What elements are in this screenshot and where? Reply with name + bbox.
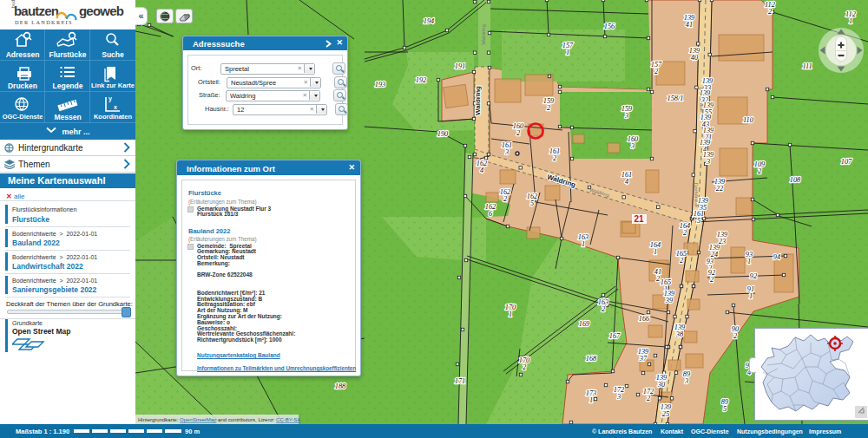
svg-text:111: 111 [802, 62, 812, 70]
svg-text:2: 2 [523, 363, 526, 371]
svg-text:22: 22 [716, 185, 723, 193]
svg-text:30: 30 [657, 381, 666, 389]
svg-text:4: 4 [625, 178, 628, 186]
svg-text:3: 3 [706, 158, 710, 166]
svg-text:3: 3 [616, 393, 621, 401]
svg-text:39: 39 [665, 297, 674, 304]
svg-text:94: 94 [773, 253, 780, 261]
svg-text:188: 188 [335, 382, 346, 390]
svg-text:1: 1 [749, 292, 753, 300]
svg-text:1: 1 [582, 240, 585, 248]
svg-text:41: 41 [686, 21, 693, 29]
svg-text:3: 3 [624, 112, 628, 120]
svg-text:y: y [108, 95, 112, 102]
svg-text:190: 190 [437, 130, 449, 138]
svg-text:25: 25 [662, 410, 669, 418]
svg-text:3: 3 [504, 148, 509, 156]
svg-text:Waldring: Waldring [481, 24, 486, 44]
svg-text:1: 1 [509, 311, 512, 318]
svg-text:110: 110 [743, 116, 754, 124]
svg-text:3: 3 [684, 377, 688, 385]
svg-text:2: 2 [516, 129, 520, 137]
svg-text:2: 2 [680, 257, 683, 265]
svg-text:2: 2 [503, 195, 507, 203]
svg-text:2: 2 [733, 332, 737, 340]
svg-text:1: 1 [566, 49, 569, 56]
svg-text:156: 156 [604, 23, 615, 30]
svg-text:1: 1 [747, 258, 751, 265]
svg-text:192: 192 [416, 76, 426, 84]
svg-text:2: 2 [758, 167, 761, 175]
svg-text:168: 168 [586, 355, 597, 363]
svg-text:3: 3 [630, 142, 635, 150]
svg-text:2: 2 [547, 104, 550, 112]
svg-text:40: 40 [691, 54, 699, 62]
svg-text:108: 108 [790, 176, 801, 184]
svg-text:1: 1 [589, 396, 593, 404]
svg-text:166: 166 [639, 315, 650, 323]
svg-text:167: 167 [609, 332, 621, 340]
svg-text:37: 37 [639, 355, 648, 363]
svg-text:4: 4 [480, 167, 483, 174]
svg-text:2: 2 [602, 305, 605, 313]
svg-text:194: 194 [424, 17, 434, 25]
svg-text:5: 5 [530, 199, 534, 207]
svg-text:21: 21 [634, 214, 644, 224]
svg-text:5: 5 [723, 405, 727, 413]
svg-text:5: 5 [697, 217, 700, 225]
svg-text:x: x [114, 104, 117, 110]
svg-text:2: 2 [656, 275, 660, 283]
svg-text:158/1: 158/1 [667, 95, 684, 102]
svg-text:Waldring: Waldring [474, 86, 482, 115]
svg-text:2: 2 [647, 395, 650, 402]
svg-text:2: 2 [654, 68, 658, 75]
svg-text:191: 191 [455, 62, 465, 70]
svg-text:2: 2 [683, 229, 687, 237]
svg-text:38: 38 [675, 330, 684, 338]
svg-text:2: 2 [710, 276, 713, 284]
svg-text:193: 193 [375, 81, 385, 88]
svg-text:92: 92 [750, 272, 757, 280]
svg-text:Hintergrundkarte: OpenStreetMa: Hintergrundkarte: OpenStreetMap and cont… [138, 417, 300, 422]
svg-text:169: 169 [579, 320, 590, 328]
svg-text:171: 171 [455, 377, 465, 385]
svg-text:107: 107 [841, 158, 852, 166]
svg-text:1: 1 [654, 248, 657, 256]
svg-text:1: 1 [849, 17, 852, 25]
svg-text:2: 2 [768, 8, 772, 16]
svg-text:2: 2 [553, 154, 556, 162]
